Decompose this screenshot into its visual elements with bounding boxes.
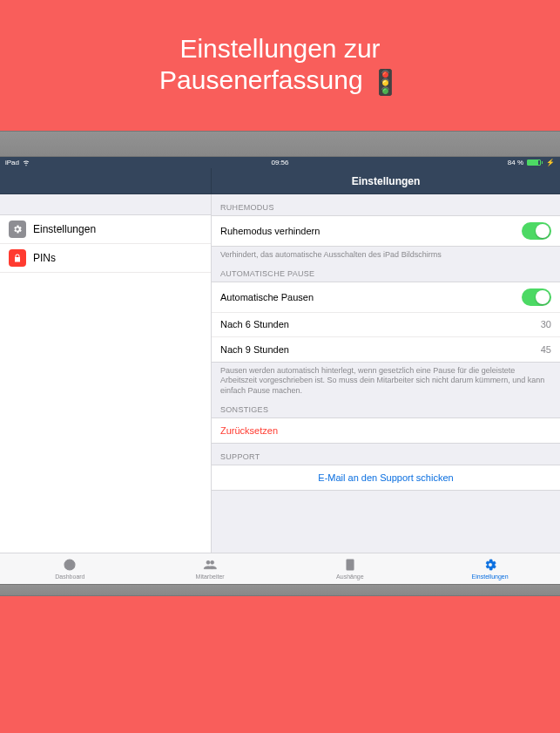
support-link-label: E-Mail an den Support schicken [318, 472, 453, 483]
tab-employees[interactable]: Mitarbeiter [140, 553, 280, 584]
section-header-support: SUPPORT [212, 444, 560, 465]
row-label: Automatische Pausen [220, 292, 314, 302]
section-footer-sleep: Verhindert, das automatische Ausschalten… [212, 247, 560, 261]
row-after-9h[interactable]: Nach 9 Stunden 45 [212, 337, 560, 362]
wifi-icon [23, 159, 30, 166]
gear-icon [9, 221, 26, 238]
promo-title-line2: Pausenerfassung [159, 65, 363, 94]
tab-bar: Dashboard Mitarbeiter Aushänge [0, 553, 560, 584]
switch-prevent-sleep[interactable] [522, 222, 551, 240]
tab-label: Dashboard [55, 574, 84, 580]
nav-bar: Einstellungen [0, 168, 560, 194]
status-device: iPad [5, 159, 19, 166]
tab-settings[interactable]: Einstellungen [420, 553, 560, 584]
promo-footer-fill [0, 596, 560, 733]
lock-icon [9, 249, 26, 267]
row-label: Nach 6 Stunden [220, 319, 289, 329]
row-value: 30 [541, 319, 551, 329]
row-reset[interactable]: Zurücksetzen [212, 418, 560, 443]
sidebar-item-label: Einstellungen [33, 223, 96, 235]
promo-header: Einstellungen zur Pausenerfassung 🚦 [0, 0, 560, 131]
traffic-light-icon: 🚦 [370, 69, 401, 96]
promo-title-line1: Einstellungen zur [179, 34, 380, 63]
sidebar-item-label: PINs [33, 252, 56, 264]
row-prevent-sleep[interactable]: Ruhemodus verhindern [212, 216, 560, 246]
gear-icon [483, 558, 497, 573]
switch-autopause[interactable] [522, 288, 551, 306]
charging-icon: ⚡ [546, 159, 555, 166]
sidebar-item-settings[interactable]: Einstellungen [0, 215, 211, 244]
reset-label: Zurücksetzen [220, 425, 278, 436]
section-header-autopause: AUTOMATISCHE PAUSE [212, 261, 560, 282]
row-after-6h[interactable]: Nach 6 Stunden 30 [212, 313, 560, 337]
tab-label: Aushänge [336, 574, 364, 580]
people-icon [203, 558, 217, 573]
nav-title: Einstellungen [212, 168, 560, 193]
row-label: Ruhemodus verhindern [220, 226, 320, 236]
status-time: 09:56 [0, 159, 560, 166]
menu-circle-icon [63, 558, 77, 573]
tab-label: Einstellungen [472, 574, 509, 580]
device-bezel-bottom [0, 584, 560, 596]
detail-pane: RUHEMODUS Ruhemodus verhindern Verhinder… [212, 194, 560, 553]
row-label: Nach 9 Stunden [220, 344, 289, 355]
tab-posts[interactable]: Aushänge [280, 553, 421, 584]
ipad-screen: iPad 09:56 84 % ⚡ Einstellungen [0, 157, 560, 584]
sidebar: Einstellungen PINs [0, 194, 212, 553]
device-bezel-top [0, 131, 560, 157]
section-header-other: SONSTIGES [212, 397, 560, 417]
section-header-sleep: RUHEMODUS [212, 194, 560, 215]
row-autopause-toggle[interactable]: Automatische Pausen [212, 282, 560, 313]
row-value: 45 [541, 344, 551, 355]
status-bar: iPad 09:56 84 % ⚡ [0, 157, 560, 168]
tab-label: Mitarbeiter [196, 574, 225, 580]
sidebar-item-pins[interactable]: PINs [0, 244, 211, 273]
status-battery-text: 84 % [508, 159, 523, 166]
section-footer-autopause: Pausen werden automatisch hinterlegt, we… [212, 363, 560, 397]
promo-title: Einstellungen zur Pausenerfassung 🚦 [159, 33, 401, 98]
document-icon [343, 558, 357, 573]
tab-dashboard[interactable]: Dashboard [0, 553, 140, 584]
row-email-support[interactable]: E-Mail an den Support schicken [212, 465, 560, 490]
battery-icon [527, 159, 541, 166]
